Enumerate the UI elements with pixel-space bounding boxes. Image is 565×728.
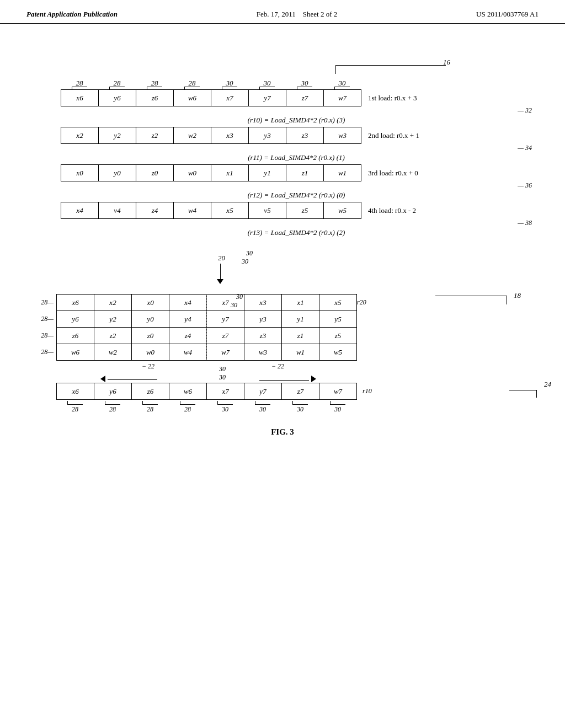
b-cell-3-3: w4	[169, 344, 207, 361]
row-3-cells: x0 y0 z0 w0 x1 y1 z1 w1	[61, 164, 361, 181]
cell-r3-1: y0	[99, 165, 136, 181]
dashed-vline	[206, 294, 207, 360]
cell-r4-5: v5	[249, 202, 286, 219]
main-content: 16 28 28 28 28 30	[0, 24, 565, 453]
b-cell-3-7: w5	[319, 344, 357, 361]
cell-r1-0: x6	[61, 90, 99, 106]
b-cell-3-2: w0	[132, 344, 169, 361]
output-cells: x6 y6 z6 w6 x7 y7 z7 w7	[57, 383, 357, 400]
bottom-table-wrapper: x6 x2 x0 x4 x7 x3 x1 x5 y6 y2 y0 y4	[56, 294, 357, 361]
b-cell-2-6: z1	[282, 328, 319, 344]
b-cell-3-0: w6	[57, 344, 94, 361]
bottom-row-4: w6 w2 w0 w4 w7 w3 w1 w5	[57, 344, 357, 361]
bot-col-0: 28	[56, 401, 94, 414]
col-header-7: 30	[323, 79, 361, 88]
row-1-cells: x6 y6 z6 w6 x7 y7 z7 w7	[61, 89, 361, 106]
ref-34: — 34	[217, 144, 532, 152]
cell-r1-2: z6	[136, 90, 174, 106]
bot-col-5: 30	[244, 401, 281, 414]
b-cell-1-1: y2	[94, 311, 132, 328]
b-cell-2-5: z3	[244, 328, 282, 344]
bot-col-4: 30	[206, 401, 244, 414]
cell-r3-4: x1	[211, 165, 249, 181]
row-2: x2 y2 z2 w2 x3 y3 z3 w3 2nd load: r0.x +…	[33, 127, 532, 144]
ref-20-label: 20	[218, 254, 225, 263]
output-rlabel: r10	[357, 383, 372, 400]
ref-22-left: − 22	[142, 362, 154, 371]
row-4: x4 v4 z4 w4 x5 v5 z5 w5 4th load: r0.x -…	[33, 202, 532, 219]
b-cell-3-5: w3	[244, 344, 282, 361]
ref-32: — 32	[217, 106, 532, 115]
row-4-load-label: 4th load: r0.x - 2	[361, 206, 416, 215]
row-1-load-label: 1st load: r0.x + 3	[361, 94, 417, 103]
b-cell-3-1: w2	[94, 344, 132, 361]
b-cell-1-5: y3	[244, 311, 282, 328]
out-cell-3: w6	[169, 383, 207, 400]
cell-r4-6: z5	[286, 202, 324, 219]
bottom-row-1: x6 x2 x0 x4 x7 x3 x1 x5	[57, 295, 357, 311]
cell-r3-7: w1	[324, 165, 361, 181]
b-cell-2-3: z4	[169, 328, 207, 344]
b-cell-2-4: z7	[207, 328, 244, 344]
left-ref-1: 28 —	[33, 311, 56, 327]
bottom-section: 18 30 30 28 — 28 — 28 — 28 —	[33, 294, 532, 414]
ref-22-right: − 22	[271, 362, 284, 371]
cell-r2-0: x2	[61, 127, 99, 144]
caption-1: (r10) = Load_SIMD4*2 (r0.x) (3)	[61, 116, 532, 125]
cell-r3-0: x0	[61, 165, 99, 181]
b-cell-0-4: x7	[207, 295, 244, 311]
caption-2: (r11) = Load_SIMD4*2 (r0.x) (1)	[61, 153, 532, 162]
ref-38: — 38	[217, 219, 532, 227]
ref-24: 24	[544, 380, 551, 389]
bot-col-6: 30	[281, 401, 319, 414]
out-cell-4: x7	[207, 383, 244, 400]
out-cell-7: w7	[319, 383, 357, 400]
top-section: 16 28 28 28 28 30	[33, 79, 532, 237]
left-refs: 28 — 28 — 28 — 28 —	[33, 294, 56, 361]
cell-r2-2: z2	[136, 127, 174, 144]
cell-r1-3: w6	[174, 90, 211, 106]
r20-label: r20	[357, 298, 366, 307]
b-cell-1-6: y1	[282, 311, 319, 328]
cell-r1-1: y6	[99, 90, 136, 106]
b-cell-2-2: z0	[132, 328, 169, 344]
cell-r1-5: y7	[249, 90, 286, 106]
b-cell-2-0: z6	[57, 328, 94, 344]
arrow-shaft	[220, 264, 221, 279]
row-4-cells: x4 v4 z4 w4 x5 v5 z5 w5	[61, 202, 361, 219]
row-2-load-label: 2nd load: r0.x + 1	[361, 131, 419, 140]
bot-col-3: 28	[169, 401, 206, 414]
row-3-load-label: 3rd load: r0.x + 0	[361, 169, 418, 178]
b-cell-1-2: y0	[132, 311, 169, 328]
b-cell-0-0: x6	[57, 295, 94, 311]
caption-4: (r13) = Load_SIMD4*2 (r0.x) (2)	[61, 228, 532, 237]
cell-r4-2: z4	[136, 202, 174, 219]
cell-r2-7: w3	[324, 127, 361, 144]
cell-r4-7: w5	[324, 202, 361, 219]
col-header-3: 28	[173, 79, 211, 88]
b-cell-3-4: w7	[207, 344, 244, 361]
middle-section: 30 30 20	[66, 254, 532, 284]
out-cell-1: y6	[94, 383, 132, 400]
bot-col-1: 28	[94, 401, 131, 414]
bottom-row-2: y6 y2 y0 y4 y7 y3 y1 y5	[57, 311, 357, 328]
output-table: x6 y6 z6 w6 x7 y7 z7 w7	[56, 383, 357, 400]
bracket-16	[335, 65, 446, 74]
left-ref-0: 28 —	[33, 294, 56, 311]
cell-r4-0: x4	[61, 202, 99, 219]
ref-36: — 36	[217, 181, 532, 190]
ref38-area: — 38	[61, 219, 532, 227]
caption-3: (r12) = Load_SIMD4*2 (r0.x) (0)	[61, 191, 532, 200]
col-header-2: 28	[136, 79, 173, 88]
ref36-area: — 36	[61, 181, 532, 189]
ref34-area: — 34	[61, 144, 532, 152]
ref-30-mid: 30 30	[219, 365, 226, 382]
b-cell-0-1: x2	[94, 295, 132, 311]
col-header-4: 30	[211, 79, 248, 88]
out-cell-5: y7	[244, 383, 282, 400]
bot-col-2: 28	[131, 401, 169, 414]
b-cell-1-4: y7	[207, 311, 244, 328]
cell-r2-6: z3	[286, 127, 324, 144]
b-cell-0-3: x4	[169, 295, 207, 311]
bottom-row-3: z6 z2 z0 z4 z7 z3 z1 z5	[57, 328, 357, 344]
